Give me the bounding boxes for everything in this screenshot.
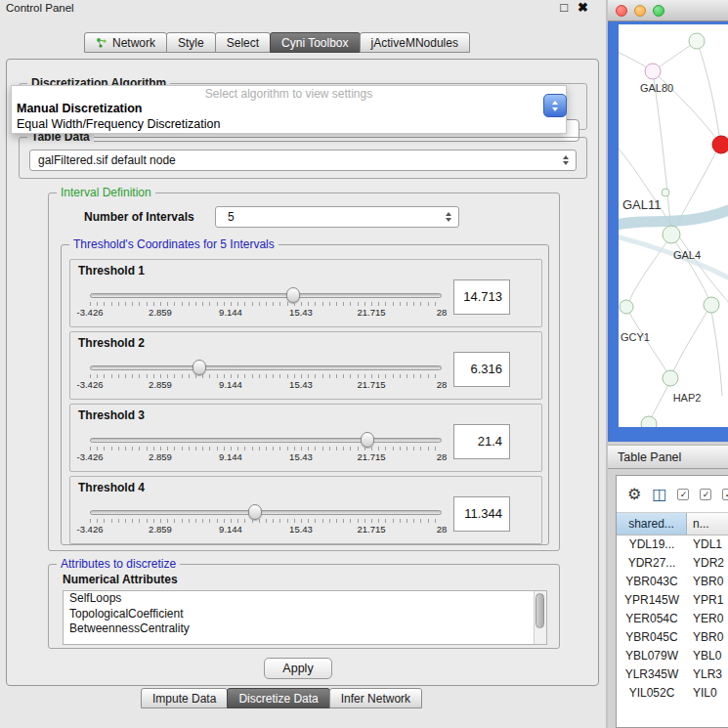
slider-ticks [90,374,442,378]
threshold-4-slider: -3.4262.8599.14415.4321.71528 [90,502,442,539]
slider-track[interactable] [90,365,442,370]
list-item[interactable]: BetweennessCentrality [64,621,546,637]
network-node[interactable] [662,189,669,196]
network-icon [96,37,107,49]
algorithm-combobox-stepper[interactable] [543,94,567,117]
interval-definition-group: Interval Definition Number of Intervals … [48,193,560,551]
tick-label: -3.426 [77,524,104,535]
checkbox-icon[interactable]: ✓ [700,489,711,500]
table-panel: Table Panel ⚙ ◫ ✓ ✓ ✓ shared... n... YDL… [608,445,728,728]
slider-ticks [90,302,442,306]
checkbox-icon[interactable]: ✓ [722,489,728,500]
slider-track[interactable] [90,510,442,515]
table-row[interactable]: YBR045CYBR0 [617,628,728,647]
numerical-attributes-label: Numerical Attributes [63,573,178,586]
slider-scale: -3.4262.8599.14415.4321.71528 [90,524,442,535]
cell: YIL0 [687,684,728,703]
tick-label: 9.144 [219,524,242,535]
tab-impute-data[interactable]: Impute Data [141,688,228,708]
table-toolbar: ⚙ ◫ ✓ ✓ ✓ [617,476,728,513]
threshold-2-label: Threshold 2 [78,336,145,350]
vertical-scrollbar[interactable] [534,591,546,644]
threshold-3-slider: -3.4262.8599.14415.4321.71528 [90,430,442,467]
network-node[interactable] [704,297,719,313]
stepper-icon [446,212,451,222]
tab-cyni-toolbox[interactable]: Cyni Toolbox [270,32,360,53]
network-node[interactable] [663,226,680,243]
scrollbar-thumb[interactable] [535,593,544,628]
popup-option-manual-discretization[interactable]: Manual Discretization [12,101,566,116]
cell: YPR145W [617,591,687,610]
network-node[interactable] [663,370,678,386]
network-node[interactable] [641,416,657,427]
network-node[interactable] [689,33,705,49]
popup-option-equal-width-frequency[interactable]: Equal Width/Frequency Discretization [12,116,566,132]
popup-placeholder: Select algorithm to view settings [12,86,566,101]
threshold-1-label: Threshold 1 [78,264,145,278]
tab-infer-network[interactable]: Infer Network [329,688,422,708]
table-row[interactable]: YDL19...YDL1 [617,535,728,554]
apply-button[interactable]: Apply [264,658,332,679]
threshold-1-box: Threshold 1 -3.4262.8599.14415.4321.7152… [69,259,542,327]
list-item[interactable]: TopologicalCoefficient [64,607,546,622]
threshold-2-slider-thumb[interactable] [193,360,206,375]
table-row[interactable]: YDR27...YDR2 [617,554,728,573]
column-header-shared-name[interactable]: shared... [617,513,687,535]
table-row[interactable]: YPR145WYPR1 [617,591,728,610]
tick-label: 15.43 [289,451,313,462]
thresholds-group: Threshold's Coordinates for 5 Intervals … [61,244,549,545]
column-header-name[interactable]: n... [687,513,728,535]
table-row[interactable]: YBR043CYBR0 [617,573,728,591]
minimize-traffic-light-icon[interactable] [634,5,646,17]
tick-label: 28 [437,379,448,390]
network-canvas[interactable]: GAL80 GAL11 GAL4 GCY1 HAP2 [619,24,728,427]
table-row[interactable]: YBL079WYBL0 [617,647,728,665]
close-traffic-light-icon[interactable] [616,5,627,17]
table-panel-title[interactable]: Table Panel [608,445,728,469]
threshold-1-slider: -3.4262.8599.14415.4321.71528 [90,285,442,322]
network-node[interactable] [645,64,661,79]
node-label: GAL4 [673,249,701,261]
tab-label: Infer Network [341,692,410,706]
cell: YER054C [617,610,687,628]
gear-icon[interactable]: ⚙ [627,485,641,503]
threshold-2-value-field[interactable]: 6.316 [453,352,510,387]
table-row[interactable]: YER054CYER0 [617,610,728,628]
stepper-icon [563,155,569,165]
tab-style[interactable]: Style [166,32,216,53]
network-node-selected[interactable] [712,136,728,153]
network-window-titlebar[interactable] [608,0,728,21]
group-title: Threshold's Coordinates for 5 Intervals [69,237,278,251]
zoom-traffic-light-icon[interactable] [653,5,664,17]
threshold-2-box: Threshold 2 -3.4262.8599.14415.4321.7152… [69,331,542,400]
threshold-1-slider-thumb[interactable] [286,287,300,303]
close-icon[interactable]: ✖ [578,0,588,16]
number-of-intervals-label: Number of Intervals [84,210,194,224]
network-node[interactable] [620,300,633,314]
cell: YDR2 [687,554,728,573]
table-data-combobox[interactable]: galFiltered.sif default node [29,150,577,171]
float-window-icon[interactable]: □ [560,0,568,16]
tick-label: 9.144 [219,307,242,318]
tab-discretize-data[interactable]: Discretize Data [227,688,329,708]
table-row[interactable]: YLR345WYLR3 [617,665,728,684]
table-row[interactable]: YIL052CYIL0 [617,684,728,703]
tick-label: 28 [437,451,448,462]
tab-label: Select [227,36,259,50]
list-item[interactable]: SelfLoops [64,591,546,607]
threshold-3-value-field[interactable]: 21.4 [453,424,510,459]
group-title: Interval Definition [57,186,155,199]
threshold-3-slider-thumb[interactable] [361,432,374,448]
slider-track[interactable] [90,438,442,443]
tab-select[interactable]: Select [215,32,271,53]
slider-track[interactable] [90,293,442,298]
tab-network[interactable]: Network [84,32,167,53]
number-of-intervals-combobox[interactable]: 5 [215,206,459,228]
tab-label: Impute Data [152,692,216,706]
threshold-4-value-field[interactable]: 11.344 [453,496,510,532]
columns-icon[interactable]: ◫ [652,485,666,503]
tab-jactivemnodules[interactable]: jActiveMNodules [360,32,470,53]
checkbox-icon[interactable]: ✓ [677,489,689,500]
threshold-1-value-field[interactable]: 14.713 [453,279,510,315]
threshold-4-slider-thumb[interactable] [248,504,262,520]
